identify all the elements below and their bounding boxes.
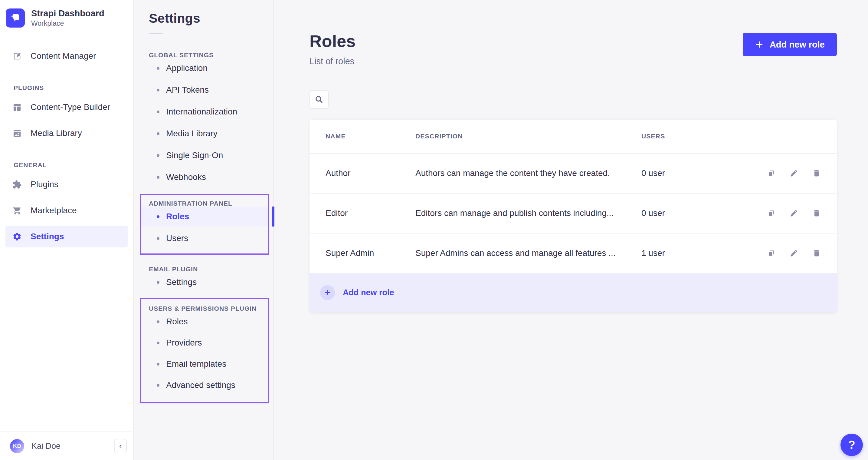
bullet-icon bbox=[157, 111, 159, 113]
subnav-item-single-sign-on[interactable]: Single Sign-On bbox=[134, 145, 274, 165]
subnav-item-email-settings[interactable]: Settings bbox=[134, 272, 274, 292]
sidebar-item-label: Settings bbox=[31, 232, 64, 241]
role-name: Author bbox=[326, 168, 415, 178]
subnav-item-media-library[interactable]: Media Library bbox=[134, 123, 274, 144]
subnav-item-label: Email templates bbox=[166, 359, 226, 369]
role-name: Editor bbox=[326, 208, 415, 218]
sidebar-item-marketplace[interactable]: Marketplace bbox=[5, 200, 128, 221]
workspace-brand[interactable]: Strapi Dashboard Workplace bbox=[0, 0, 133, 37]
table-row-editor[interactable]: Editor Editors can manage and publish co… bbox=[310, 193, 837, 233]
help-button[interactable]: ? bbox=[840, 434, 863, 456]
subnav-item-email-templates[interactable]: Email templates bbox=[141, 354, 268, 374]
sidebar-section-plugins: PLUGINS bbox=[13, 85, 128, 91]
sidebar-item-plugins[interactable]: Plugins bbox=[5, 174, 128, 195]
avatar[interactable]: KD bbox=[10, 439, 24, 453]
subnav-item-users[interactable]: Users bbox=[141, 228, 268, 248]
bullet-icon bbox=[157, 89, 159, 91]
role-users-count: 0 user bbox=[641, 168, 767, 178]
edit-icon bbox=[789, 249, 798, 257]
trash-icon bbox=[812, 169, 821, 177]
subnav-item-webhooks[interactable]: Webhooks bbox=[134, 167, 274, 187]
add-new-role-row-label: Add new role bbox=[343, 288, 394, 297]
sidebar-item-label: Marketplace bbox=[31, 206, 77, 215]
subnav-item-api-tokens[interactable]: API Tokens bbox=[134, 80, 274, 100]
content-type-builder-icon bbox=[12, 103, 22, 112]
subnav-item-label: Media Library bbox=[166, 129, 218, 138]
subnav-item-up-roles[interactable]: Roles bbox=[141, 312, 268, 332]
subnav-item-application[interactable]: Application bbox=[134, 58, 274, 78]
sidebar-item-content-type-builder[interactable]: Content-Type Builder bbox=[5, 96, 128, 118]
subnav-item-label: Roles bbox=[166, 212, 189, 221]
edit-button[interactable] bbox=[789, 249, 798, 257]
subnav-section-header: USERS & PERMISSIONS PLUGIN bbox=[149, 305, 268, 312]
subnav-section-email-plugin: EMAIL PLUGIN Settings bbox=[134, 266, 274, 292]
add-new-role-row[interactable]: Add new role bbox=[310, 273, 837, 312]
gear-icon bbox=[12, 232, 22, 241]
bullet-icon bbox=[157, 154, 159, 157]
subnav-section-global-settings: GLOBAL SETTINGS Application API Tokens I… bbox=[134, 52, 274, 187]
media-library-icon bbox=[12, 129, 22, 138]
subnav-item-label: Roles bbox=[166, 317, 188, 326]
subnav-item-label: Application bbox=[166, 63, 208, 73]
table-row-author[interactable]: Author Authors can manage the content th… bbox=[310, 153, 837, 193]
divider bbox=[149, 33, 163, 34]
edit-icon bbox=[789, 209, 798, 218]
subnav-item-label: Providers bbox=[166, 338, 202, 348]
delete-button[interactable] bbox=[812, 169, 821, 177]
search-button[interactable] bbox=[310, 90, 329, 109]
edit-button[interactable] bbox=[789, 169, 798, 177]
plus-icon bbox=[324, 289, 332, 296]
subnav-item-label: Users bbox=[166, 233, 188, 243]
sidebar-section-general: GENERAL bbox=[13, 162, 128, 168]
chevron-left-icon bbox=[118, 443, 123, 449]
duplicate-button[interactable] bbox=[767, 169, 775, 177]
settings-subnav: Settings GLOBAL SETTINGS Application API… bbox=[134, 0, 274, 460]
edit-button[interactable] bbox=[789, 209, 798, 218]
subnav-item-roles[interactable]: Roles bbox=[141, 206, 268, 227]
user-name: Kai Doe bbox=[31, 441, 107, 451]
page-header: Roles List of roles Add new role bbox=[310, 33, 837, 66]
content-manager-icon bbox=[12, 52, 22, 61]
subnav-item-label: Webhooks bbox=[166, 172, 206, 182]
bullet-icon bbox=[157, 67, 159, 70]
sidebar-item-settings[interactable]: Settings bbox=[5, 226, 128, 248]
subnav-item-internationalization[interactable]: Internationalization bbox=[134, 102, 274, 122]
edit-icon bbox=[789, 169, 798, 177]
duplicate-icon bbox=[767, 249, 775, 257]
role-description: Authors can manage the content they have… bbox=[415, 168, 641, 178]
duplicate-button[interactable] bbox=[767, 209, 775, 218]
sidebar-item-label: Plugins bbox=[31, 179, 58, 189]
subnav-item-label: Settings bbox=[166, 278, 197, 287]
role-description: Editors can manage and publish contents … bbox=[415, 208, 641, 218]
table-row-super-admin[interactable]: Super Admin Super Admins can access and … bbox=[310, 233, 837, 273]
subnav-section-header: GLOBAL SETTINGS bbox=[149, 52, 274, 58]
sidebar-item-media-library[interactable]: Media Library bbox=[5, 122, 128, 144]
add-new-role-button[interactable]: Add new role bbox=[743, 33, 837, 56]
subnav-title: Settings bbox=[149, 12, 274, 25]
bullet-icon bbox=[157, 320, 159, 323]
subnav-section-header: ADMINISTRATION PANEL bbox=[149, 200, 268, 206]
role-users-count: 0 user bbox=[641, 208, 767, 218]
plus-icon bbox=[755, 40, 764, 49]
delete-button[interactable] bbox=[812, 249, 821, 257]
duplicate-icon bbox=[767, 169, 775, 177]
trash-icon bbox=[812, 249, 821, 257]
bullet-icon bbox=[157, 176, 159, 179]
annotation-box-administration-panel: ADMINISTRATION PANEL Roles Users bbox=[140, 194, 269, 255]
sidebar-nav: Content Manager PLUGINS Content-Type Bui… bbox=[0, 37, 133, 432]
collapse-sidebar-button[interactable] bbox=[114, 439, 127, 453]
bullet-icon bbox=[157, 384, 159, 387]
subnav-item-advanced-settings[interactable]: Advanced settings bbox=[141, 375, 268, 395]
sidebar-item-label: Content-Type Builder bbox=[31, 103, 110, 112]
delete-button[interactable] bbox=[812, 209, 821, 218]
page-title: Roles bbox=[310, 33, 356, 50]
sidebar-user-area: KD Kai Doe bbox=[0, 432, 133, 460]
duplicate-icon bbox=[767, 209, 775, 218]
role-users-count: 1 user bbox=[641, 248, 767, 258]
table-header-row: NAME DESCRIPTION USERS bbox=[310, 120, 837, 153]
sidebar-item-content-manager[interactable]: Content Manager bbox=[5, 45, 128, 67]
duplicate-button[interactable] bbox=[767, 249, 775, 257]
plus-badge bbox=[320, 285, 335, 300]
subnav-item-label: Advanced settings bbox=[166, 380, 236, 390]
subnav-item-providers[interactable]: Providers bbox=[141, 333, 268, 353]
